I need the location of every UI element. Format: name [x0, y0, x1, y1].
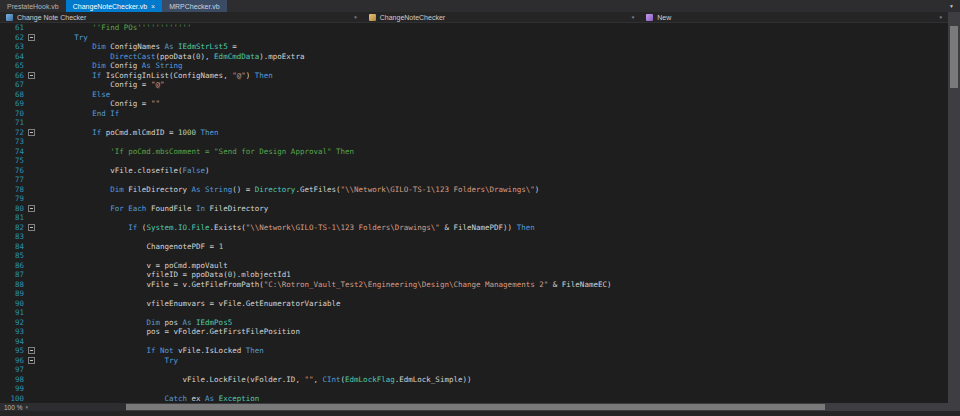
vertical-scrollbar-thumb[interactable]	[950, 26, 958, 88]
line-number: 92	[0, 318, 24, 328]
horizontal-scrollbar-thumb[interactable]	[126, 404, 825, 410]
method-icon	[646, 14, 653, 21]
code-line[interactable]: 93 pos = vFolder.GetFirstFilePosition	[0, 327, 948, 337]
code-line[interactable]: 69 Config = ""	[0, 99, 948, 109]
line-number: 75	[0, 156, 24, 166]
code-line[interactable]: 61 ''Find POs''''''''''''	[0, 23, 948, 33]
code-text: Dim ConfigNames As IEdmStrLst5 =	[38, 42, 237, 52]
line-number: 94	[0, 337, 24, 347]
code-line[interactable]: 87 vfileID = ppoData(0).mlobjectId1	[0, 270, 948, 280]
class-dropdown[interactable]: ChangeNoteChecker ▾	[363, 12, 640, 22]
class-icon	[369, 14, 376, 21]
vertical-scrollbar[interactable]	[948, 12, 960, 403]
code-line[interactable]: 66 If IsConfigInList(ConfigNames, "@") T…	[0, 71, 948, 81]
code-text: Config = ""	[38, 99, 160, 109]
tab-label: MRPChecker.vb	[169, 3, 220, 10]
fold-collapse-icon[interactable]	[28, 129, 35, 136]
code-line[interactable]: 64 DirectCast(ppoData(0), EdmCmdData).mp…	[0, 52, 948, 62]
tab-bar: PrestateHook.vb ChangeNoteChecker.vb × M…	[0, 0, 960, 12]
code-line[interactable]: 71	[0, 118, 948, 128]
code-line[interactable]: 100 Catch ex As Exception	[0, 394, 948, 404]
fold-collapse-icon[interactable]	[28, 347, 35, 354]
code-line[interactable]: 74 'If poCmd.mbsComment = "Send for Desi…	[0, 147, 948, 157]
code-line[interactable]: 89	[0, 289, 948, 299]
code-line[interactable]: 78 Dim FileDirectory As String() = Direc…	[0, 185, 948, 195]
fold-collapse-icon[interactable]	[28, 34, 35, 41]
member-dropdown-label: New	[657, 14, 671, 21]
navigation-bar: Change Note Checker ▾ ChangeNoteChecker …	[0, 12, 948, 23]
line-number: 67	[0, 80, 24, 90]
code-line[interactable]: 81	[0, 213, 948, 223]
code-line[interactable]: 88 vFile = v.GetFileFromPath("C:\Rotron_…	[0, 280, 948, 290]
code-line[interactable]: 73	[0, 137, 948, 147]
code-text: Else	[38, 90, 110, 100]
line-number: 88	[0, 280, 24, 290]
code-line[interactable]: 77	[0, 175, 948, 185]
code-line[interactable]: 83	[0, 232, 948, 242]
code-line[interactable]: 96 Try	[0, 356, 948, 366]
code-editor[interactable]: 61 ''Find POs''''''''''''62 Try63 Dim Co…	[0, 23, 948, 403]
code-line[interactable]: 92 Dim pos As IEdmPos5	[0, 318, 948, 328]
line-number: 64	[0, 52, 24, 62]
fold-collapse-icon[interactable]	[28, 357, 35, 364]
fold-margin	[24, 205, 38, 212]
tab-changenotechecker[interactable]: ChangeNoteChecker.vb ×	[66, 0, 162, 12]
code-text: vfileEnumvars = vFile.GetEnumeratorVaria…	[38, 299, 341, 309]
code-text: Catch ex As Exception	[38, 394, 259, 404]
code-text: For Each FoundFile In FileDirectory	[38, 204, 268, 214]
code-line[interactable]: 82 If (System.IO.File.Exists("\\Network\…	[0, 223, 948, 233]
code-line[interactable]: 97	[0, 365, 948, 375]
code-line[interactable]: 75	[0, 156, 948, 166]
zoom-control[interactable]: 100 % ▾	[0, 403, 126, 411]
code-line[interactable]: 67 Config = "@"	[0, 80, 948, 90]
code-line[interactable]: 76 vFile.closefile(False)	[0, 166, 948, 176]
code-line[interactable]: 86 v = poCmd.mpoVault	[0, 261, 948, 271]
line-number: 70	[0, 109, 24, 119]
code-text: vFile = v.GetFileFromPath("C:\Rotron_Vau…	[38, 280, 611, 290]
editor-bottom-bar: 100 % ▾	[0, 403, 960, 411]
fold-collapse-icon[interactable]	[28, 205, 35, 212]
member-dropdown[interactable]: New ▾	[640, 12, 948, 22]
fold-collapse-icon[interactable]	[28, 224, 35, 231]
zoom-level: 100 %	[4, 404, 22, 411]
code-text: If poCmd.mlCmdID = 1000 Then	[38, 128, 219, 138]
tab-mrpchecker[interactable]: MRPChecker.vb	[162, 0, 227, 12]
tab-list-dropdown-icon[interactable]: ▼	[943, 0, 960, 12]
class-dropdown-label: ChangeNoteChecker	[380, 14, 445, 21]
code-line[interactable]: 94	[0, 337, 948, 347]
code-text: Dim FileDirectory As String() = Director…	[38, 185, 539, 195]
code-line[interactable]: 95 If Not vFile.IsLocked Then	[0, 346, 948, 356]
code-line[interactable]: 80 For Each FoundFile In FileDirectory	[0, 204, 948, 214]
code-line[interactable]: 79	[0, 194, 948, 204]
close-icon[interactable]: ×	[151, 3, 155, 10]
project-dropdown[interactable]: Change Note Checker ▾	[0, 12, 363, 22]
code-line[interactable]: 84 ChangenotePDF = 1	[0, 242, 948, 252]
code-line[interactable]: 68 Else	[0, 90, 948, 100]
code-line[interactable]: 70 End If	[0, 109, 948, 119]
project-dropdown-label: Change Note Checker	[17, 14, 86, 21]
line-number: 100	[0, 394, 24, 404]
code-line[interactable]: 85	[0, 251, 948, 261]
line-number: 89	[0, 289, 24, 299]
code-line[interactable]: 98 vFile.LockFile(vFolder.ID, "", CInt(E…	[0, 375, 948, 385]
line-number: 63	[0, 42, 24, 52]
code-line[interactable]: 65 Dim Config As String	[0, 61, 948, 71]
line-number: 71	[0, 118, 24, 128]
code-line[interactable]: 63 Dim ConfigNames As IEdmStrLst5 =	[0, 42, 948, 52]
code-line[interactable]: 91	[0, 308, 948, 318]
code-line[interactable]: 62 Try	[0, 33, 948, 43]
line-number: 81	[0, 213, 24, 223]
line-number: 78	[0, 185, 24, 195]
code-lines: 61 ''Find POs''''''''''''62 Try63 Dim Co…	[0, 23, 948, 403]
fold-margin	[24, 72, 38, 79]
code-line[interactable]: 90 vfileEnumvars = vFile.GetEnumeratorVa…	[0, 299, 948, 309]
fold-collapse-icon[interactable]	[28, 72, 35, 79]
fold-margin	[24, 357, 38, 364]
tab-prestatehook[interactable]: PrestateHook.vb	[0, 0, 66, 12]
horizontal-scrollbar[interactable]	[126, 403, 948, 411]
chevron-down-icon: ▾	[939, 14, 942, 20]
line-number: 83	[0, 232, 24, 242]
line-number: 68	[0, 90, 24, 100]
code-line[interactable]: 99	[0, 384, 948, 394]
code-line[interactable]: 72 If poCmd.mlCmdID = 1000 Then	[0, 128, 948, 138]
